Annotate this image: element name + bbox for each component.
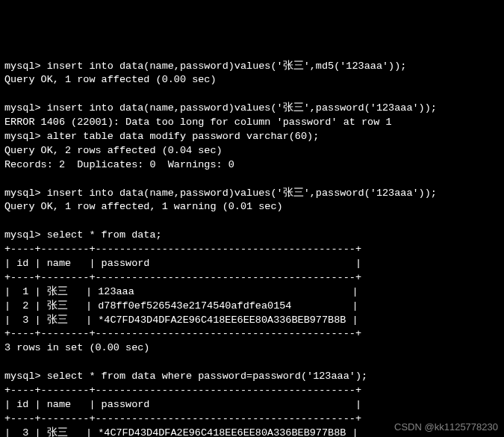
terminal-output: mysql> insert into data(name,password)va… <box>4 60 500 437</box>
watermark-text: CSDN @kk1125778230 <box>394 421 498 434</box>
